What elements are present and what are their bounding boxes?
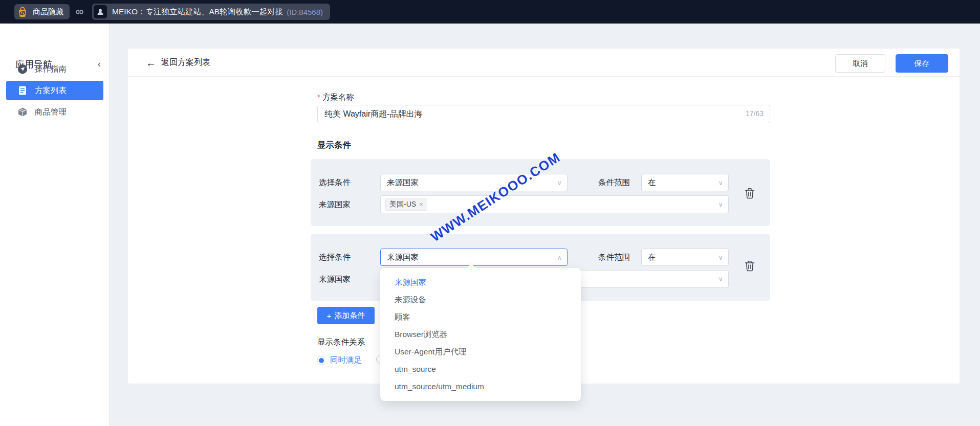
conditions-title: 显示条件 bbox=[317, 140, 351, 151]
range-select[interactable]: 在 ∨ bbox=[641, 174, 729, 191]
chevron-down-icon: ∨ bbox=[718, 275, 723, 283]
condition-value-label: 来源国家 bbox=[319, 270, 351, 288]
guide-compass-icon bbox=[17, 64, 28, 74]
condition-block-1: 选择条件 来源国家 ∨ 条件范围 在 ∨ 来源国家 美国-US × ∨ bbox=[311, 159, 770, 226]
condition-type-select[interactable]: 来源国家 ∨ bbox=[380, 174, 568, 191]
link-icon bbox=[75, 7, 84, 17]
sidebar-item-product-manage[interactable]: 商品管理 bbox=[6, 102, 103, 122]
chevron-down-icon: ∨ bbox=[718, 254, 723, 261]
plan-name-input[interactable] bbox=[317, 105, 770, 123]
condition-type-dropdown: 来源国家 来源设备 顾客 Browser浏览器 User-Agent用户代理 u… bbox=[380, 268, 581, 401]
sidebar-item-label: 操作指南 bbox=[35, 64, 67, 75]
sidebar-item-plan-list[interactable]: 方案列表 bbox=[6, 81, 103, 100]
chevron-down-icon: ∨ bbox=[718, 179, 723, 187]
condition-type-select-open[interactable]: 来源国家 ∧ bbox=[380, 249, 568, 266]
dropdown-option[interactable]: 来源国家 bbox=[380, 274, 581, 291]
char-counter: 17/63 bbox=[746, 109, 764, 118]
sidebar-item-label: 商品管理 bbox=[35, 107, 67, 118]
back-to-plan-list[interactable]: ← 返回方案列表 bbox=[146, 49, 210, 77]
store-info[interactable]: MEIKO：专注独立站建站、AB轮询收款一起对接 (ID:84568) bbox=[92, 4, 330, 20]
cancel-button[interactable]: 取消 bbox=[835, 54, 885, 73]
condition-select-label: 选择条件 bbox=[319, 174, 351, 191]
relation-option-all[interactable]: 同时满足 bbox=[330, 355, 362, 366]
condition-value-label: 来源国家 bbox=[319, 195, 351, 213]
topbar: 商品隐藏 MEIKO：专注独立站建站、AB轮询收款一起对接 (ID:84568) bbox=[0, 0, 980, 24]
radio-selected-icon[interactable] bbox=[317, 356, 325, 365]
range-select[interactable]: 在 ∨ bbox=[641, 249, 729, 266]
dropdown-option[interactable]: utm_source bbox=[380, 361, 581, 378]
product-box-icon bbox=[17, 107, 28, 117]
delete-condition-icon[interactable] bbox=[745, 260, 755, 272]
add-condition-button[interactable]: + 添加条件 bbox=[317, 307, 375, 324]
store-avatar bbox=[94, 5, 107, 18]
range-label: 条件范围 bbox=[598, 174, 630, 191]
store-name: MEIKO：专注独立站建站、AB轮询收款一起对接 bbox=[112, 7, 283, 17]
delete-condition-icon[interactable] bbox=[745, 188, 755, 199]
required-asterisk: * bbox=[317, 93, 320, 101]
chevron-down-icon: ∨ bbox=[557, 179, 562, 187]
range-label: 条件范围 bbox=[598, 249, 630, 266]
dropdown-option[interactable]: Browser浏览器 bbox=[380, 326, 581, 343]
chevron-down-icon: ∨ bbox=[718, 200, 723, 208]
selected-country-tag: 美国-US × bbox=[385, 198, 427, 211]
plus-icon: + bbox=[327, 311, 332, 320]
card-header: ← 返回方案列表 取消 保存 bbox=[128, 49, 960, 77]
plan-list-icon bbox=[17, 85, 28, 96]
dropdown-option[interactable]: User-Agent用户代理 bbox=[380, 343, 581, 361]
save-button[interactable]: 保存 bbox=[896, 54, 948, 73]
sidebar-item-guide[interactable]: 操作指南 bbox=[6, 59, 103, 79]
back-label: 返回方案列表 bbox=[161, 57, 210, 68]
country-multiselect[interactable]: 美国-US × ∨ bbox=[380, 195, 729, 213]
sidebar: 应用导航 ‹ 操作指南 方案列表 商品管理 bbox=[0, 24, 110, 426]
condition-select-label: 选择条件 bbox=[319, 249, 351, 266]
dropdown-option[interactable]: 顾客 bbox=[380, 308, 581, 326]
hidden-product-bag-icon bbox=[16, 6, 29, 18]
app-badge-label: 商品隐藏 bbox=[33, 7, 63, 17]
tag-close-icon[interactable]: × bbox=[419, 200, 423, 208]
back-arrow-icon: ← bbox=[146, 58, 156, 68]
sidebar-item-label: 方案列表 bbox=[35, 85, 67, 96]
dropdown-option[interactable]: utm_source/utm_medium bbox=[380, 378, 581, 395]
store-id: (ID:84568) bbox=[287, 8, 323, 16]
dropdown-option[interactable]: 来源设备 bbox=[380, 291, 581, 308]
app-badge[interactable]: 商品隐藏 bbox=[14, 4, 70, 19]
relation-title: 显示条件关系 bbox=[317, 337, 365, 348]
plan-name-label: *方案名称 bbox=[317, 92, 354, 103]
chevron-up-icon: ∧ bbox=[557, 254, 562, 261]
